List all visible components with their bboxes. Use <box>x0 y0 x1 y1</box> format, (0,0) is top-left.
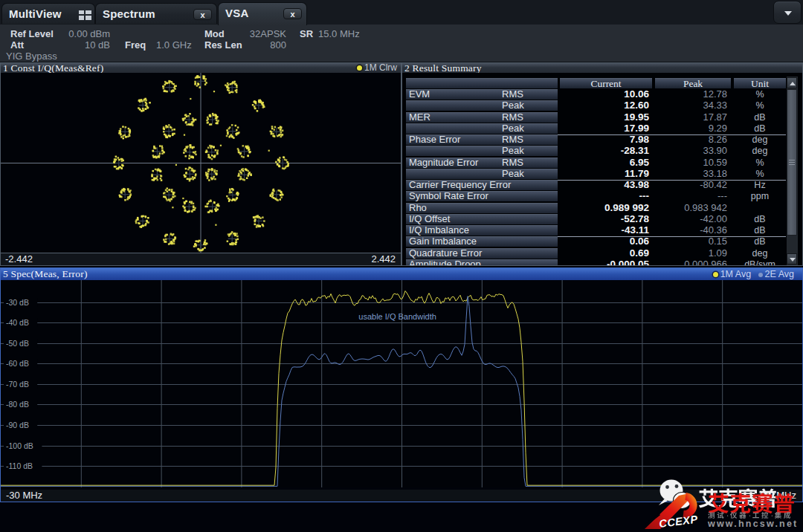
column-header-current[interactable]: Current <box>560 78 652 88</box>
result-unit: dB <box>734 123 786 134</box>
result-label: I/Q Offset <box>409 214 450 224</box>
result-label: Amplitude Droop <box>409 259 481 266</box>
trace2-avg-label: 2E Avg <box>765 269 794 279</box>
window-spectrum[interactable]: 5 Spec(Meas, Error) 1M Avg 2E Avg -30 dB… <box>0 267 803 502</box>
constellation-plot[interactable] <box>1 73 401 253</box>
window-result-summary[interactable]: 2 Result Summary CurrentPeakUnitEVMRMS10… <box>402 62 803 266</box>
result-peak-value: 8.26 <box>655 134 727 145</box>
trace1-label: 1M Clrw <box>364 62 397 73</box>
result-unit: % <box>734 89 786 100</box>
result-label: MER <box>409 112 430 123</box>
spectrum-titlebar[interactable]: 5 Spec(Meas, Error) 1M Avg 2E Avg <box>1 268 802 280</box>
result-peak-value: -40.36 <box>655 225 727 236</box>
result-sublabel: Peak <box>502 169 524 179</box>
result-unit: dB <box>734 225 786 236</box>
svg-text:-90 dB: -90 dB <box>6 421 29 429</box>
analyzer-screen: MultiView Spectrum x VSA x Ref Level 0.0… <box>0 0 803 532</box>
result-peak-value: 0.15 <box>655 236 727 247</box>
result-unit: deg <box>734 248 786 259</box>
tab-vsa-label: VSA <box>225 7 248 19</box>
result-current-value: 43.98 <box>560 180 649 190</box>
res-len-value[interactable]: 800 <box>242 40 286 50</box>
tab-spectrum-close-icon[interactable]: x <box>193 9 212 20</box>
result-current-value: 17.99 <box>560 123 649 134</box>
result-label: Quadrature Error <box>409 248 482 259</box>
res-len-label: Res Len <box>204 40 242 50</box>
svg-text:-100 dB: -100 dB <box>6 441 33 450</box>
summary-scrollbar[interactable] <box>787 77 798 265</box>
result-unit: dB <box>734 214 786 224</box>
result-label-cell <box>406 203 558 213</box>
result-unit: dB/sym <box>734 259 786 266</box>
window-constellation[interactable]: 1 Const I/Q(Meas&Ref) 1M Clrw -2.442 2.4… <box>0 62 402 266</box>
scroll-down-icon <box>790 258 796 262</box>
result-peak-value: 33.18 <box>655 169 727 179</box>
summary-titlebar[interactable]: 2 Result Summary <box>402 63 802 74</box>
ref-level-value[interactable]: 0.00 dBm <box>62 29 110 39</box>
result-label-cell <box>406 100 558 111</box>
result-summary-table: CurrentPeakUnitEVMRMS10.0612.78%Peak12.6… <box>402 73 802 265</box>
tab-bar: MultiView Spectrum x VSA x <box>0 0 803 25</box>
tab-overflow-button[interactable] <box>773 1 802 24</box>
tab-spectrum-label: Spectrum <box>103 7 155 20</box>
result-sublabel: RMS <box>502 134 523 145</box>
result-label-cell <box>406 146 558 156</box>
result-unit: % <box>734 100 786 111</box>
result-label-cell <box>406 123 558 134</box>
result-peak-value: 10.59 <box>655 158 727 168</box>
constellation-title: 1 Const I/Q(Meas&Ref) <box>3 63 103 73</box>
result-sublabel: Peak <box>502 146 524 156</box>
constellation-axisbar: -2.442 2.442 <box>1 253 401 265</box>
scroll-down-button[interactable] <box>787 253 797 265</box>
result-current-value: 0.69 <box>560 248 649 259</box>
result-label: Gain Imbalance <box>409 236 477 247</box>
trace2-avg-dot-icon <box>758 273 763 277</box>
header-spacer-cell <box>406 78 558 88</box>
column-header-peak[interactable]: Peak <box>655 78 731 88</box>
scroll-up-button[interactable] <box>787 77 797 88</box>
watermark-site-text: www.hncsw.net <box>707 519 798 529</box>
result-current-value: -43.11 <box>560 225 649 236</box>
result-unit: dB <box>734 236 786 247</box>
result-peak-value: 17.87 <box>655 112 727 123</box>
constellation-titlebar[interactable]: 1 Const I/Q(Meas&Ref) 1M Clrw <box>1 63 401 74</box>
tab-multiview[interactable]: MultiView <box>1 3 95 24</box>
const-axis-min: -2.442 <box>5 253 33 265</box>
svg-text:-60 dB: -60 dB <box>6 359 29 368</box>
result-peak-value: 0.000 966 <box>655 259 727 266</box>
spectrum-y-axis-labels: -30 dB-40 dB-50 dB-60 dB-70 dB-80 dB-90 … <box>4 298 42 470</box>
att-label: Att <box>10 40 24 50</box>
result-label-cell <box>406 169 558 179</box>
result-label: Magnitude Error <box>409 158 478 168</box>
result-current-value: 6.95 <box>560 158 649 168</box>
result-peak-value: --- <box>655 191 727 201</box>
svg-text:-70 dB: -70 dB <box>6 380 29 389</box>
tab-vsa-close-icon[interactable]: x <box>283 8 302 19</box>
svg-text:-50 dB: -50 dB <box>6 339 29 348</box>
tab-spectrum[interactable]: Spectrum x <box>95 3 217 24</box>
result-current-value: 10.06 <box>560 89 649 100</box>
result-unit: % <box>734 158 786 168</box>
result-peak-value: 34.33 <box>655 100 727 111</box>
result-current-value: 11.79 <box>560 169 649 179</box>
spectrum-plot[interactable]: -30 dB-40 dB-50 dB-60 dB-70 dB-80 dB-90 … <box>1 280 802 487</box>
tab-vsa[interactable]: VSA x <box>218 2 307 25</box>
constellation-trace-legend: 1M Clrw <box>357 63 397 73</box>
caret-down-icon <box>784 11 792 16</box>
result-sublabel: RMS <box>502 158 523 168</box>
result-unit: Hz <box>734 180 786 190</box>
freq-value[interactable]: 1.0 GHz <box>156 40 192 50</box>
column-header-unit[interactable]: Unit <box>734 78 786 88</box>
result-sublabel: RMS <box>502 89 523 100</box>
multiview-grid-icon <box>79 10 91 20</box>
att-value[interactable]: 10 dB <box>62 40 110 50</box>
result-label: Carrier Frequency Error <box>409 180 511 190</box>
result-current-value: --- <box>560 191 649 201</box>
result-peak-value: -42.00 <box>655 214 727 224</box>
result-sublabel: Peak <box>502 100 524 111</box>
scroll-up-icon <box>790 82 796 85</box>
mod-value[interactable]: 32APSK <box>242 29 286 39</box>
result-label: I/Q Imbalance <box>409 225 469 236</box>
sr-value[interactable]: 15.0 MHz <box>318 29 360 39</box>
scroll-thumb[interactable] <box>787 89 797 236</box>
